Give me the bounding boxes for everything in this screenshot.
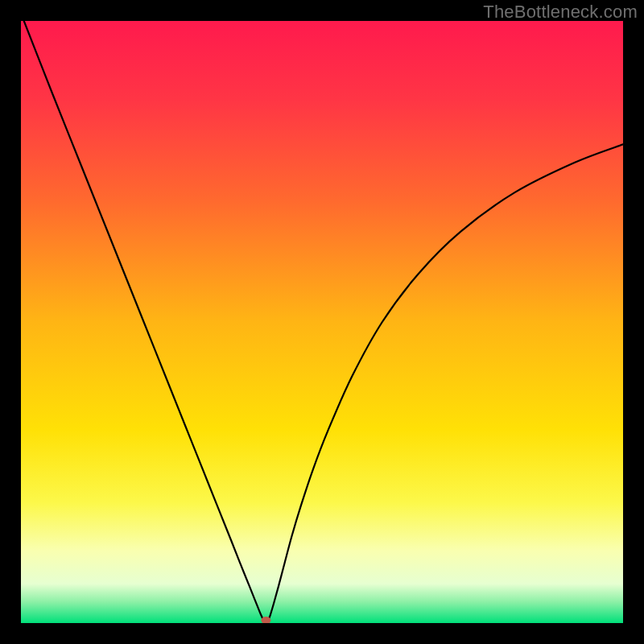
bottleneck-chart	[21, 21, 623, 623]
chart-background	[21, 21, 623, 623]
attribution-text: TheBottleneck.com	[483, 2, 638, 23]
chart-frame	[21, 21, 623, 623]
